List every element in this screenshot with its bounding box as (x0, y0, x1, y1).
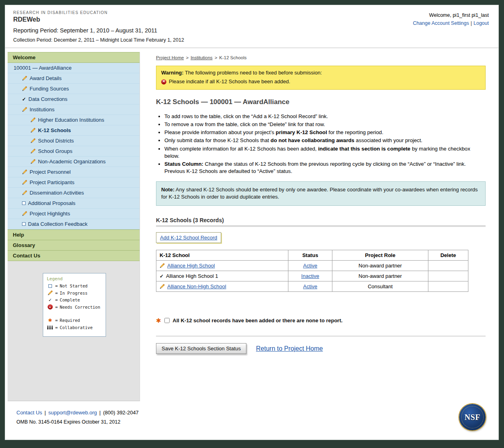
completion-label: All K-12 school records have been added … (173, 317, 343, 323)
sidebar-section-help[interactable]: Help (8, 229, 140, 240)
legend: Legend = Not Started = In Progress = Com… (43, 273, 106, 337)
error-icon (47, 304, 53, 309)
sidebar-item-project-personnel[interactable]: Project Personnel (8, 167, 140, 177)
page: RESEARCH IN DISABILITIES EDUCATION RDEWe… (5, 5, 499, 440)
nsf-logo: NSF (459, 404, 486, 430)
sidebar-item-data-corrections[interactable]: Data Corrections (8, 94, 140, 104)
change-account-settings-link[interactable]: Change Account Settings (413, 20, 469, 26)
records-section-title: K-12 Schools (3 Records) (156, 217, 486, 223)
sidebar-item-award-details[interactable]: Award Details (8, 73, 140, 84)
sidebar-item-award[interactable]: 100001 — AwardAlliance (8, 63, 140, 73)
pencil-icon (30, 117, 36, 123)
welcome-user: Welcome, pi1_first pi1_last (413, 12, 489, 18)
column-header-delete: Delete (428, 250, 468, 261)
instruction-item: When complete information for all K-12 S… (164, 145, 486, 160)
sidebar-section-glossary[interactable]: Glossary (8, 240, 140, 251)
body-row: Welcome 100001 — AwardAlliance Award Det… (5, 48, 498, 401)
school-link[interactable]: Alliance Non-High School (167, 283, 226, 289)
legend-item-complete: = Complete (47, 297, 102, 302)
header-left: RESEARCH IN DISABILITIES EDUCATION RDEWe… (13, 10, 184, 43)
sidebar-item-funding-sources[interactable]: Funding Sources (8, 84, 140, 94)
instruction-item: To remove a row from the table, click on… (164, 121, 486, 128)
legend-title: Legend (47, 276, 102, 281)
window-frame: RESEARCH IN DISABILITIES EDUCATION RDEWe… (0, 0, 504, 448)
status-link[interactable]: Inactive (301, 273, 319, 279)
pencil-icon (30, 159, 36, 164)
column-header-project-role: Project Role (332, 250, 428, 261)
sidebar-item-school-groups[interactable]: School Groups (8, 146, 140, 157)
collaborative-icon (47, 325, 53, 330)
sidebar-item-dissemination-activities[interactable]: Dissemination Activities (8, 188, 140, 198)
add-record-box: Add K-12 School Record (156, 232, 221, 243)
legend-item-collaborative: = Collaborative (47, 325, 102, 330)
sidebar-item-institutions[interactable]: Institutions (8, 104, 140, 115)
sidebar-item-k12-schools[interactable]: K-12 Schools (8, 125, 140, 136)
check-icon (22, 97, 26, 102)
warning-item: Please indicate if all K-12 Schools have… (169, 78, 290, 85)
project-role: Consultant (368, 283, 392, 289)
section-divider (156, 336, 486, 336)
pencil-icon (22, 211, 27, 216)
footer-email-link[interactable]: support@rdeweb.org (48, 410, 97, 416)
sidebar-section-welcome[interactable]: Welcome (8, 52, 140, 63)
page-footer: Contact Us|support@rdeweb.org|(800) 392-… (5, 401, 498, 440)
omb-number: OMB No. 3145-0164 Expires October 31, 20… (16, 419, 498, 425)
breadcrumb-institutions-link[interactable]: Institutions (190, 55, 212, 60)
logout-link[interactable]: Logout (474, 20, 489, 26)
warning-title: Warning: (161, 70, 184, 76)
instruction-item: Status Column: Change the status of K-12… (164, 161, 486, 175)
breadcrumb-separator: > (186, 55, 189, 60)
sidebar-section-contact-us[interactable]: Contact Us (8, 251, 140, 261)
reporting-period: Reporting Period: September 1, 2010 – Au… (13, 27, 184, 34)
column-header-school: K-12 School (156, 250, 288, 261)
pencil-icon (30, 128, 36, 133)
sidebar-item-school-districts[interactable]: School Districts (8, 136, 140, 146)
table-row: Alliance Non-High School Active Consulta… (156, 281, 468, 292)
not-started-icon (47, 284, 53, 288)
pencil-icon (22, 190, 27, 195)
pencil-icon (22, 169, 27, 175)
project-role: Non-award partner (358, 263, 402, 269)
instruction-item: Please provide information about your pr… (164, 129, 486, 136)
separator: | (99, 410, 100, 416)
instructions-list: To add rows to the table, click on the “… (156, 113, 486, 175)
sidebar-item-data-collection-feedback[interactable]: Data Collection Feedback (8, 219, 140, 229)
page-title: K-12 Schools — 100001 — AwardAlliance (156, 98, 486, 106)
check-icon (160, 274, 164, 279)
sidebar-item-additional-proposals[interactable]: Additional Proposals (8, 198, 140, 209)
sidebar-item-higher-ed-institutions[interactable]: Higher Education Institutions (8, 115, 140, 125)
nsf-logo-text: NSF (464, 413, 480, 422)
status-link[interactable]: Active (303, 263, 317, 269)
pencil-icon (22, 107, 27, 112)
save-section-status-button[interactable]: Save K-12 Schools Section Status (156, 343, 246, 354)
status-link[interactable]: Active (303, 283, 317, 289)
delete-cell (428, 281, 468, 292)
footer-contact-line: Contact Us|support@rdeweb.org|(800) 392-… (16, 410, 498, 416)
footer-phone: (800) 392-2047 (103, 410, 139, 416)
section-complete-checkbox[interactable] (164, 318, 170, 323)
note-text: Any shared K-12 Schools should be entere… (161, 187, 478, 200)
check-icon (47, 297, 53, 302)
sidebar-item-non-academic-organizations[interactable]: Non-Academic Organizations (8, 157, 140, 167)
actions-row: Save K-12 Schools Section Status Return … (156, 343, 486, 354)
footer-contact-us-link[interactable]: Contact Us (16, 410, 42, 416)
sidebar-item-project-highlights[interactable]: Project Highlights (8, 209, 140, 219)
legend-item-needs-correction: = Needs Correction (47, 304, 102, 309)
not-started-icon (22, 222, 26, 226)
warning-box: Warning: The following problems need to … (156, 66, 486, 90)
delete-cell (428, 261, 468, 271)
pencil-icon (22, 86, 27, 91)
page-header: RESEARCH IN DISABILITIES EDUCATION RDEWe… (5, 5, 498, 48)
table-row: Alliance High School Active Non-award pa… (156, 261, 468, 271)
add-k12-school-record-link[interactable]: Add K-12 School Record (160, 235, 217, 241)
header-right: Welcome, pi1_first pi1_last Change Accou… (413, 10, 489, 43)
return-to-project-home-link[interactable]: Return to Project Home (256, 345, 323, 352)
sidebar-item-project-participants[interactable]: Project Participants (8, 177, 140, 188)
breadcrumb-separator: > (214, 55, 217, 60)
pencil-icon (22, 76, 27, 81)
note-title: Note: (161, 187, 174, 193)
breadcrumb-project-home-link[interactable]: Project Home (156, 55, 184, 60)
legend-item-required: = Required (47, 317, 102, 323)
table-header-row: K-12 School Status Project Role Delete (156, 250, 468, 261)
school-link[interactable]: Alliance High School (167, 263, 215, 269)
